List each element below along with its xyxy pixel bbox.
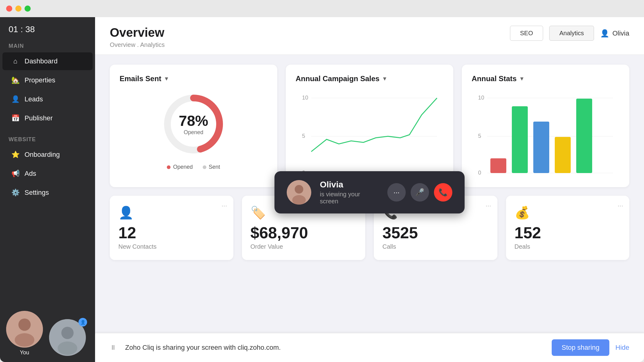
sidebar-item-onboarding[interactable]: ⭐ Onboarding — [2, 146, 93, 164]
call-more-button[interactable]: ··· — [387, 183, 406, 202]
annual-campaign-title: Annual Campaign Sales ▼ — [296, 74, 443, 83]
app-window: 01 : 38 MAIN ⌂ Dashboard 🏡 Properties 👤 … — [0, 0, 644, 362]
onboarding-icon: ⭐ — [11, 151, 20, 159]
annual-stats-title: Annual Stats ▼ — [472, 74, 619, 83]
svg-rect-24 — [490, 158, 506, 173]
titlebar — [0, 0, 644, 17]
annual-stats-card: Annual Stats ▼ 10 5 0 — [462, 65, 629, 187]
svg-rect-27 — [555, 137, 571, 173]
legend-opened: Opened — [167, 164, 193, 170]
bar-chart: 10 5 0 — [472, 90, 619, 176]
contacts-label: New Contacts — [118, 243, 225, 250]
stat-card-contacts: ··· 👤 12 New Contacts — [110, 196, 233, 260]
settings-icon: ⚙️ — [11, 189, 20, 197]
call-name: Olivia — [320, 180, 379, 190]
donut-wrapper: 78% Opened Opened — [120, 90, 267, 170]
ads-icon: 📢 — [11, 170, 20, 178]
donut-label: Opened — [179, 129, 208, 136]
emails-sent-card: Emails Sent ▼ 78% Op — [110, 65, 277, 187]
svg-rect-26 — [533, 122, 549, 173]
stats-dropdown-icon[interactable]: ▼ — [519, 76, 525, 82]
sent-dot — [203, 165, 206, 169]
user-name: Olivia — [612, 29, 629, 37]
main-area: Overview Overview . Analytics SEO Analyt… — [95, 17, 644, 362]
call-overlay: Olivia is viewing your screen ··· 🎤 📞 — [274, 171, 465, 213]
call-avatar — [287, 180, 311, 205]
header-right: SEO Analytics 👤 Olivia — [510, 26, 629, 41]
call-end-button[interactable]: 📞 — [434, 183, 452, 202]
contacts-icon: 👤 — [118, 206, 225, 220]
page-title: Overview — [110, 26, 165, 40]
sidebar-item-settings[interactable]: ⚙️ Settings — [2, 184, 93, 202]
minimize-button[interactable] — [15, 6, 21, 12]
pause-icon: ⏸ — [110, 344, 117, 352]
sidebar-item-leads[interactable]: 👤 Leads — [2, 90, 93, 108]
sidebar-item-label: Onboarding — [25, 151, 60, 159]
svg-point-5 — [58, 341, 77, 355]
deals-label: Deals — [515, 243, 621, 250]
breadcrumb: Overview . Analytics — [110, 41, 165, 48]
maximize-button[interactable] — [25, 6, 31, 12]
call-mute-button[interactable]: 🎤 — [411, 183, 429, 202]
sidebar-item-properties[interactable]: 🏡 Properties — [2, 71, 93, 89]
svg-point-35 — [295, 185, 303, 194]
order-label: Order Value — [251, 243, 357, 250]
call-info: Olivia is viewing your screen — [320, 180, 379, 205]
sidebar-section-website: WEBSITE — [0, 134, 95, 145]
leads-icon: 👤 — [11, 95, 20, 103]
donut-legend: Opened Sent — [167, 164, 220, 170]
stat-card-deals: ··· 💰 152 Deals — [506, 196, 630, 260]
sidebar-item-ads[interactable]: 📢 Ads — [2, 165, 93, 183]
online-badge: 👤 — [79, 318, 87, 326]
sidebar-item-label: Ads — [25, 170, 36, 178]
stat-more-contacts[interactable]: ··· — [221, 202, 227, 210]
call-controls: ··· 🎤 📞 — [387, 183, 452, 202]
close-button[interactable] — [6, 6, 12, 12]
sidebar-item-label: Settings — [25, 189, 49, 197]
calls-value: 3525 — [382, 224, 489, 242]
svg-rect-25 — [512, 106, 528, 173]
calls-label: Calls — [382, 243, 489, 250]
sidebar-item-label: Publisher — [25, 114, 53, 122]
user-info: 👤 Olivia — [600, 29, 629, 38]
order-value: $68,970 — [251, 224, 357, 242]
sidebar-item-label: Leads — [25, 95, 43, 103]
campaign-dropdown-icon[interactable]: ▼ — [382, 76, 387, 82]
chart-row: Emails Sent ▼ 78% Op — [110, 65, 629, 187]
main-header: Overview Overview . Analytics SEO Analyt… — [95, 17, 644, 55]
annual-campaign-card: Annual Campaign Sales ▼ 10 5 0 — [286, 65, 453, 187]
sidebar: 01 : 38 MAIN ⌂ Dashboard 🏡 Properties 👤 … — [0, 17, 95, 362]
svg-rect-28 — [576, 99, 592, 173]
dashboard-icon: ⌂ — [11, 57, 20, 65]
call-status: is viewing your screen — [320, 191, 379, 205]
other-avatar-container: 👤 — [49, 319, 86, 356]
emails-dropdown-icon[interactable]: ▼ — [164, 76, 169, 82]
share-text: Zoho Cliq is sharing your screen with cl… — [125, 344, 546, 352]
sidebar-section-main: MAIN — [0, 40, 95, 52]
publisher-icon: 📅 — [11, 114, 20, 122]
svg-point-1 — [18, 319, 31, 331]
sidebar-item-dashboard[interactable]: ⌂ Dashboard — [2, 52, 93, 70]
svg-text:10: 10 — [302, 95, 308, 101]
stat-more-deals[interactable]: ··· — [618, 202, 623, 210]
user-icon: 👤 — [600, 29, 609, 38]
tab-seo[interactable]: SEO — [510, 26, 543, 41]
sidebar-item-publisher[interactable]: 📅 Publisher — [2, 109, 93, 127]
line-chart: 10 5 0 12:00 am 01:00 am — [296, 90, 443, 176]
you-label: You — [6, 349, 43, 356]
donut-percentage: 78% — [179, 112, 208, 129]
stat-more-calls[interactable]: ··· — [485, 202, 491, 210]
share-bar: ⏸ Zoho Cliq is sharing your screen with … — [95, 333, 644, 362]
svg-point-4 — [61, 327, 74, 339]
tab-analytics[interactable]: Analytics — [549, 26, 594, 41]
sidebar-time: 01 : 38 — [0, 17, 95, 40]
you-avatar — [6, 311, 43, 348]
stop-sharing-button[interactable]: Stop sharing — [552, 339, 609, 356]
donut-center: 78% Opened — [179, 112, 208, 136]
properties-icon: 🏡 — [11, 76, 20, 84]
svg-text:0: 0 — [478, 170, 481, 176]
opened-dot — [167, 165, 171, 169]
svg-text:5: 5 — [302, 133, 305, 139]
contacts-value: 12 — [118, 224, 225, 242]
hide-button[interactable]: Hide — [615, 344, 629, 352]
